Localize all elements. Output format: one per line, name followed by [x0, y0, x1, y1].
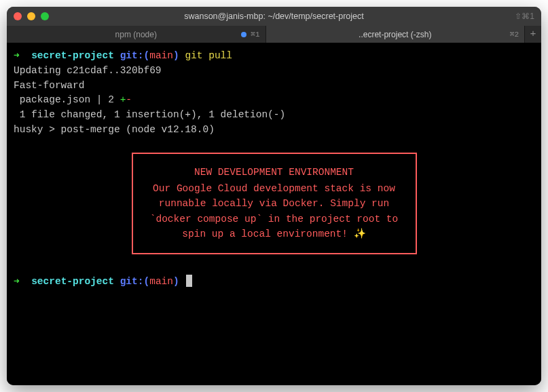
git-prefix: git:(	[120, 50, 150, 61]
prompt-arrow-icon: ➜	[14, 276, 25, 287]
tab-shortcut: ⌘1	[251, 30, 259, 39]
prompt-line: ➜ secret-project git:(main) git pull	[14, 49, 534, 64]
minus-icon: -	[126, 94, 132, 105]
add-tab-button[interactable]: +	[525, 26, 541, 43]
terminal-body[interactable]: ➜ secret-project git:(main) git pull Upd…	[7, 43, 541, 385]
prompt-line: ➜ secret-project git:(main)	[14, 275, 534, 290]
activity-dot-icon	[241, 32, 246, 37]
prompt-project: secret-project	[31, 50, 114, 61]
tab-zsh[interactable]: ..ecret-project (-zsh) ⌘2	[266, 26, 526, 43]
tab-label: npm (node)	[115, 30, 157, 39]
titlebar: swanson@janis-mbp: ~/dev/temp/secret-pro…	[7, 7, 541, 26]
traffic-lights	[14, 12, 49, 20]
output-line: package.json | 2 +-	[14, 93, 534, 108]
git-prefix: git:(	[120, 276, 150, 287]
cursor-icon	[186, 275, 192, 287]
output-line: Fast-forward	[14, 79, 534, 94]
terminal-window: swanson@janis-mbp: ~/dev/temp/secret-pro…	[7, 7, 541, 385]
maximize-icon[interactable]	[41, 12, 49, 20]
output-line: husky > post-merge (node v12.18.0)	[14, 123, 534, 138]
output-line: Updating c21cdaf..320bf69	[14, 64, 534, 79]
git-suffix: )	[173, 50, 179, 61]
window-title: swanson@janis-mbp: ~/dev/temp/secret-pro…	[184, 12, 364, 21]
git-branch: main	[149, 50, 173, 61]
prompt-arrow-icon: ➜	[14, 50, 25, 61]
window-shortcut: ⇧⌘1	[515, 12, 534, 21]
git-branch: main	[149, 276, 173, 287]
tab-bar: npm (node) ⌘1 ..ecret-project (-zsh) ⌘2 …	[7, 26, 541, 43]
command-text: git pull	[185, 50, 232, 61]
announcement-title: NEW DEVELOPMENT ENVIRONMENT	[148, 165, 401, 180]
prompt-project: secret-project	[31, 276, 114, 287]
output-line: 1 file changed, 1 insertion(+), 1 deleti…	[14, 108, 534, 123]
close-icon[interactable]	[14, 12, 22, 20]
minimize-icon[interactable]	[27, 12, 35, 20]
tab-label: ..ecret-project (-zsh)	[359, 30, 431, 39]
announcement-box: NEW DEVELOPMENT ENVIRONMENT Our Google C…	[132, 153, 417, 254]
tab-shortcut: ⌘2	[510, 30, 519, 39]
git-suffix: )	[173, 276, 179, 287]
tab-npm[interactable]: npm (node) ⌘1	[7, 26, 266, 43]
announcement-body: Our Google Cloud development stack is no…	[150, 183, 398, 239]
